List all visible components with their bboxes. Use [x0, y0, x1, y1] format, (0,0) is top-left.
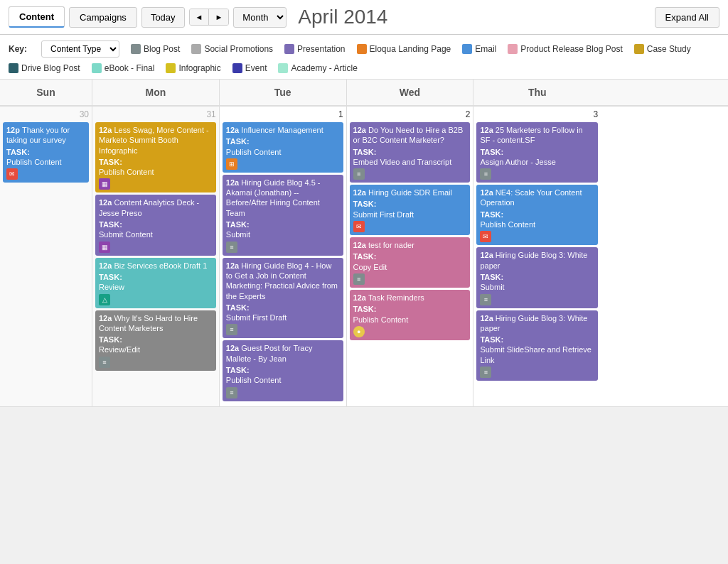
event-hard-hire[interactable]: 12a Why It's So Hard to Hire Content Mar… — [95, 310, 216, 371]
key-item-product-blog: Product Release Blog Post — [508, 44, 622, 54]
month-select[interactable]: Month — [233, 7, 287, 28]
presentation-label: Presentation — [297, 44, 345, 54]
task-label: TASK: — [99, 272, 213, 282]
event-title: Do You Need to Hire a B2B or B2C Content… — [353, 126, 464, 144]
event-time: 12a — [353, 188, 368, 197]
event-hiring-sdr-email[interactable]: 12a Hiring Guide SDR Email TASK: Submit … — [350, 185, 471, 235]
key-item-social: Social Promotions — [191, 44, 273, 54]
event-icon: ⊞ — [226, 158, 237, 170]
event-time: 12a — [226, 261, 241, 270]
blog-icon: ≡ — [226, 324, 237, 335]
event-time: 12a — [480, 314, 495, 322]
event-hiring-blog-3a[interactable]: 12a Hiring Guide Blog 3: White paper TAS… — [476, 247, 598, 308]
eloqua-label: Eloqua Landing Page — [370, 44, 451, 54]
event-title: Biz Services eBook Draft 1 — [114, 261, 207, 270]
event-title: Hiring Guide Blog 3: White paper — [480, 251, 587, 269]
content-type-select[interactable]: Content Type — [41, 40, 119, 58]
cell-wed-2: 2 12a Do You Need to Hire a B2B or B2C C… — [347, 107, 474, 406]
task-value: Submit First Draft — [226, 313, 340, 322]
event-thank-you-survey[interactable]: 12p Thank you for taking our survey TASK… — [3, 122, 89, 183]
key-item-email: Email — [462, 44, 496, 54]
event-time: 12a — [99, 314, 114, 322]
dot-icon: ● — [353, 326, 365, 337]
academy-swatch — [278, 63, 288, 73]
pres-icon: ▦ — [99, 178, 110, 190]
event-hiring-blog-45[interactable]: 12a Hiring Guide Blog 4.5 - Akamai (Jona… — [223, 175, 343, 256]
task-value: Copy Edit — [353, 262, 467, 272]
event-less-swag[interactable]: 12a Less Swag, More Content - Marketo Su… — [95, 122, 216, 192]
task-label: TASK: — [99, 219, 213, 229]
key-item-event: Event — [232, 63, 267, 73]
header-thu: Thu — [473, 80, 601, 105]
day-number: 30 — [3, 109, 89, 119]
email-icon: ✉ — [480, 231, 491, 242]
event-influencer[interactable]: 12a Influencer Management TASK: Publish … — [223, 122, 343, 173]
event-time: 12a — [480, 126, 495, 134]
task-label: TASK: — [480, 272, 594, 282]
event-25-marketers[interactable]: 12a 25 Marketers to Follow in SF - conte… — [476, 122, 598, 183]
event-title: 25 Marketers to Follow in SF - content.S… — [480, 126, 582, 144]
event-content-analytics[interactable]: 12a Content Analytics Deck - Jesse Preso… — [95, 195, 216, 255]
task-value: Publish Content — [6, 157, 85, 167]
day-number: 2 — [350, 109, 471, 119]
key-bar: Key: Content Type Blog Post Social Promo… — [0, 35, 728, 80]
infographic-swatch — [166, 63, 176, 73]
task-label: TASK: — [480, 147, 594, 157]
task-label: TASK: — [353, 199, 467, 209]
event-time: 12a — [353, 293, 368, 302]
event-time: 12a — [353, 126, 368, 134]
product-blog-label: Product Release Blog Post — [520, 44, 622, 54]
next-button[interactable]: ► — [209, 9, 228, 25]
email-icon: ✉ — [6, 168, 18, 180]
calendar-row-1: 30 12p Thank you for taking our survey T… — [0, 107, 728, 407]
task-label: TASK: — [353, 147, 467, 157]
cell-thu-3: 3 12a 25 Marketers to Follow in SF - con… — [473, 107, 601, 406]
task-label: TASK: — [353, 304, 467, 314]
event-title: Content Analytics Deck - Jesse Preso — [99, 198, 199, 217]
tab-content[interactable]: Content — [9, 6, 65, 28]
day-number: 31 — [95, 109, 216, 119]
academy-label: Academy - Article — [291, 63, 357, 73]
event-test-nader[interactable]: 12a test for nader TASK: Copy Edit ≡ — [350, 237, 471, 288]
task-label: TASK: — [226, 303, 340, 313]
prev-button[interactable]: ◄ — [190, 9, 210, 25]
task-label: TASK: — [6, 147, 85, 157]
blog-icon: ≡ — [480, 294, 491, 305]
email-swatch — [462, 44, 472, 54]
key-item-blog: Blog Post — [131, 44, 180, 54]
expand-all-button[interactable]: Expand All — [655, 7, 719, 28]
event-label: Event — [245, 63, 267, 73]
cell-mon-31: 31 12a Less Swag, More Content - Marketo… — [92, 107, 220, 406]
event-ne4-scale[interactable]: 12a NE4: Scale Your Content Operation TA… — [476, 185, 598, 245]
header-wed: Wed — [347, 80, 474, 105]
today-button[interactable]: Today — [141, 7, 185, 28]
header-sun: Sun — [0, 80, 92, 105]
event-task-reminders[interactable]: 12a Task Reminders TASK: Publish Content… — [350, 290, 471, 340]
tab-campaigns[interactable]: Campaigns — [69, 7, 137, 28]
presentation-swatch — [284, 44, 294, 54]
key-item-presentation: Presentation — [284, 44, 345, 54]
cell-sun-30: 30 12p Thank you for taking our survey T… — [0, 107, 92, 406]
task-value: Publish Content — [480, 219, 594, 229]
task-label: TASK: — [480, 335, 594, 345]
ebook-label: eBook - Final — [105, 63, 155, 73]
header-tue: Tue — [220, 80, 347, 105]
event-biz-services-ebook[interactable]: 12a Biz Services eBook Draft 1 TASK: Rev… — [95, 258, 216, 308]
task-value: Submit Content — [99, 229, 213, 239]
event-guest-post-tracy[interactable]: 12a Guest Post for Tracy Mallete - By Je… — [223, 340, 343, 401]
blog-icon: ≡ — [353, 168, 365, 180]
event-time: 12a — [99, 261, 114, 270]
event-title: Hiring Guide Blog 4 - How to Get a Job i… — [226, 261, 338, 300]
event-hiring-blog-3b[interactable]: 12a Hiring Guide Blog 3: White paper TAS… — [476, 310, 598, 381]
event-time: 12a — [99, 126, 114, 134]
task-value: Submit — [480, 282, 594, 292]
key-label: Key: — [9, 44, 27, 54]
event-hiring-blog-4[interactable]: 12a Hiring Guide Blog 4 - How to Get a J… — [223, 258, 343, 339]
event-title: Influencer Management — [241, 126, 323, 134]
blog-icon: ≡ — [226, 387, 237, 398]
task-value: Embed Video and Transcript — [353, 157, 467, 167]
cell-tue-1: 1 12a Influencer Management TASK: Publis… — [220, 107, 347, 406]
event-b2b-b2c[interactable]: 12a Do You Need to Hire a B2B or B2C Con… — [350, 122, 471, 183]
event-title: NE4: Scale Your Content Operation — [480, 188, 582, 207]
task-label: TASK: — [226, 136, 340, 146]
